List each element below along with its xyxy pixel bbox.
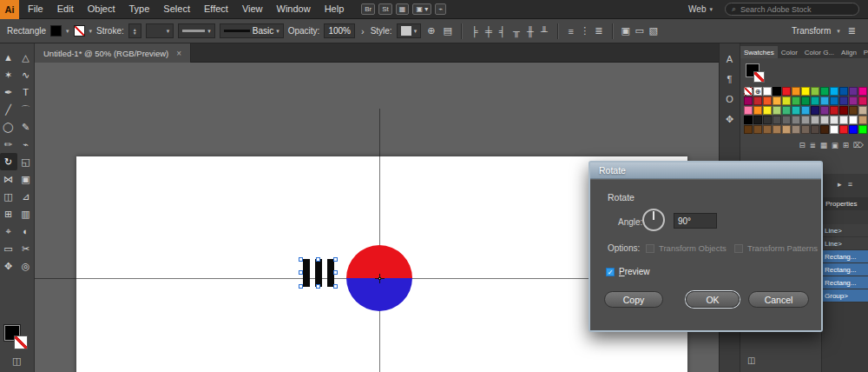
panel-tab-pa[interactable]: Pa — [860, 46, 868, 58]
menu-file[interactable]: File — [21, 0, 50, 18]
new-color-group-icon[interactable]: ▣ — [832, 141, 838, 149]
panel-tab-color-g-[interactable]: Color G... — [801, 46, 838, 58]
direct-selection-tool[interactable]: △ — [17, 49, 35, 66]
color-swatch[interactable] — [820, 106, 829, 115]
document-setup-globe-icon[interactable]: ⊕ — [425, 25, 437, 37]
selection-handle[interactable] — [316, 257, 320, 262]
color-swatch[interactable] — [763, 96, 772, 105]
layer-item[interactable]: Rectang... — [822, 263, 868, 276]
menu-edit[interactable]: Edit — [50, 0, 81, 18]
artboard-tool[interactable]: ▭ — [0, 240, 17, 257]
distribute-spacing-icon[interactable]: ≣ — [593, 25, 605, 37]
color-swatch[interactable] — [811, 116, 819, 124]
color-swatch[interactable] — [792, 96, 800, 105]
cancel-button[interactable]: Cancel — [748, 291, 809, 308]
menu-select[interactable]: Select — [156, 0, 197, 18]
width-tool[interactable]: ⋈ — [0, 170, 17, 188]
pencil-tool[interactable]: ✏ — [0, 136, 17, 153]
menu-help[interactable]: Help — [318, 0, 352, 18]
color-swatch[interactable] — [782, 106, 791, 115]
isolate-selection-icon[interactable]: ▧ — [648, 25, 660, 37]
color-swatch[interactable] — [830, 116, 838, 124]
type-tool[interactable]: T — [17, 83, 35, 101]
paragraph-panel-icon[interactable]: ¶ — [727, 74, 733, 84]
color-swatch[interactable] — [801, 125, 810, 134]
document-tab[interactable]: Untitled-1* @ 50% (RGB/Preview) × — [35, 43, 191, 63]
color-swatch[interactable] — [839, 125, 848, 134]
preview-checkbox[interactable]: ✓ — [606, 268, 615, 276]
color-swatch[interactable] — [858, 116, 867, 124]
color-swatch[interactable] — [830, 106, 838, 115]
perspective-grid-tool[interactable]: ⊿ — [17, 188, 35, 205]
color-swatch[interactable] — [830, 125, 838, 134]
shaper-tool[interactable]: ⌁ — [17, 136, 35, 153]
chevron-down-icon[interactable]: ▾ — [837, 28, 840, 35]
selection-handle[interactable] — [333, 284, 338, 289]
color-swatch[interactable] — [830, 96, 838, 105]
new-swatch-icon[interactable]: ⊞ — [843, 141, 849, 149]
color-swatch[interactable] — [763, 116, 772, 124]
magic-wand-tool[interactable]: ✶ — [0, 66, 17, 83]
panel-tab-color[interactable]: Color — [778, 46, 801, 58]
color-swatch[interactable] — [753, 116, 762, 124]
color-swatch[interactable] — [801, 106, 810, 115]
hand-tool[interactable]: ✥ — [0, 257, 17, 275]
scale-tool[interactable]: ◱ — [17, 153, 35, 170]
color-swatch[interactable] — [763, 106, 772, 115]
color-swatch[interactable] — [820, 125, 829, 134]
color-swatch[interactable] — [773, 96, 781, 105]
color-swatch[interactable] — [782, 87, 791, 96]
document-layout-icon[interactable]: ▣ ▾ — [412, 3, 431, 15]
color-swatch[interactable] — [782, 96, 791, 105]
align-top-icon[interactable]: ╥ — [510, 26, 523, 37]
search-input[interactable]: ⌕ Search Adobe Stock — [725, 3, 859, 16]
swatch-kinds-icon[interactable]: ≣ — [810, 141, 816, 149]
lasso-tool[interactable]: ∿ — [17, 66, 35, 83]
color-swatch[interactable] — [792, 87, 800, 96]
gradient-tool[interactable]: ▥ — [17, 205, 35, 223]
none-swatch[interactable] — [744, 87, 753, 96]
opacity-panel-link[interactable]: › — [359, 26, 366, 37]
screen-mode-icon[interactable]: ◫ — [12, 355, 21, 367]
panel-tab-swatches[interactable]: Swatches — [740, 46, 778, 58]
swatch-libraries-icon[interactable]: ⊟ — [799, 141, 806, 149]
curvature-tool[interactable]: ⌒ — [17, 101, 35, 118]
workspace-switcher[interactable]: Web ▾ — [688, 4, 713, 14]
layer-item[interactable]: Line> — [822, 224, 868, 237]
distribute-horizontal-icon[interactable]: ⋮ — [579, 25, 591, 37]
align-right-icon[interactable]: ╡ — [496, 26, 509, 37]
menu-view[interactable]: View — [235, 0, 270, 18]
color-swatch[interactable] — [792, 106, 800, 115]
align-left-icon[interactable]: ╞ — [469, 26, 481, 37]
libraries-panel-icon[interactable]: ✥ — [726, 114, 733, 125]
color-swatch[interactable] — [811, 106, 819, 115]
width-profile-dropdown[interactable]: ▾ — [178, 23, 215, 38]
dialog-title-bar[interactable]: Rotate — [590, 163, 821, 179]
color-swatch[interactable] — [792, 116, 800, 124]
color-swatch[interactable] — [858, 106, 867, 115]
rotation-reference-point[interactable] — [375, 274, 385, 283]
brush-definition-dropdown[interactable]: Basic ▾ — [220, 23, 284, 38]
line-segment-tool[interactable]: ╱ — [0, 101, 17, 118]
glyphs-panel-icon[interactable]: O — [726, 94, 733, 104]
character-panel-icon[interactable]: A — [727, 54, 733, 64]
bridge-icon[interactable]: Br — [361, 3, 375, 15]
angle-input[interactable]: 90° — [674, 213, 717, 229]
rotate-tool[interactable]: ↻ — [0, 153, 17, 170]
color-swatch[interactable] — [801, 87, 810, 96]
color-swatch[interactable] — [773, 125, 781, 134]
color-swatch[interactable] — [744, 125, 753, 134]
color-swatch[interactable] — [858, 125, 867, 134]
panel-dock-icon[interactable]: ◫ — [747, 355, 755, 365]
color-swatch[interactable] — [858, 96, 867, 105]
color-swatch[interactable] — [839, 106, 848, 115]
color-swatch[interactable] — [782, 116, 791, 124]
transform-objects-checkbox[interactable] — [646, 244, 654, 253]
layer-item[interactable]: Group> — [822, 289, 868, 302]
properties-panel-tab[interactable]: Properties — [822, 197, 868, 210]
panel-menu-icon[interactable]: ≣ — [846, 25, 858, 37]
color-swatch[interactable] — [763, 87, 772, 96]
align-middle-vertical-icon[interactable]: ╫ — [524, 26, 536, 37]
menu-object[interactable]: Object — [81, 0, 122, 18]
selection-handle[interactable] — [299, 284, 303, 289]
